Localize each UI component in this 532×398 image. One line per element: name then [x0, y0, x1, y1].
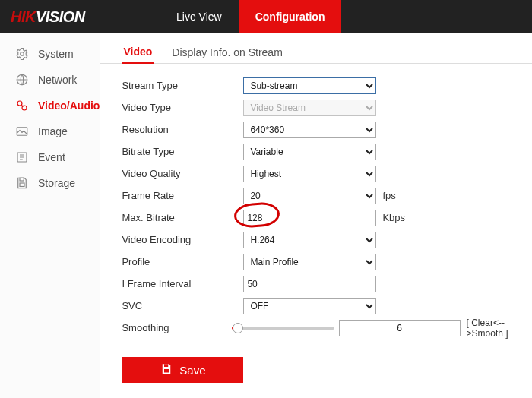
sidebar-item-label: Event: [38, 151, 65, 163]
video-form: Stream Type Sub-stream Video Type Video …: [100, 64, 532, 383]
select-svc[interactable]: OFF: [243, 298, 376, 314]
gear-icon: [15, 47, 29, 61]
logo: HIKVISION: [0, 0, 160, 33]
topnav-live-view[interactable]: Live View: [160, 0, 239, 33]
sidebar-item-label: System: [38, 48, 74, 60]
smoothing-slider[interactable]: [232, 327, 334, 330]
sidebar-item-event[interactable]: Event: [0, 144, 100, 170]
svg-rect-7: [20, 183, 24, 187]
unit-fps: fps: [382, 190, 395, 201]
svg-rect-8: [164, 364, 168, 367]
content: Video Display Info. on Stream Stream Typ…: [100, 33, 532, 398]
svg-rect-6: [20, 178, 24, 181]
save-button-label: Save: [179, 364, 205, 377]
sidebar-item-system[interactable]: System: [0, 41, 100, 67]
unit-kbps: Kbps: [382, 212, 405, 223]
sidebar-item-label: Video/Audio: [38, 100, 100, 112]
label-max-bitrate: Max. Bitrate: [122, 212, 243, 223]
label-video-quality: Video Quality: [122, 168, 243, 179]
select-video-quality[interactable]: Highest: [243, 166, 376, 182]
label-resolution: Resolution: [122, 124, 243, 135]
label-iframe: I Frame Interval: [122, 278, 243, 289]
sidebar: System Network Video/Audio Image Event: [0, 33, 100, 398]
sidebar-item-network[interactable]: Network: [0, 67, 100, 93]
label-svc: SVC: [122, 300, 243, 311]
svg-rect-9: [164, 369, 169, 373]
tab-display-info[interactable]: Display Info. on Stream: [170, 42, 284, 63]
layout: System Network Video/Audio Image Event: [0, 33, 532, 398]
sidebar-item-label: Storage: [38, 177, 75, 189]
sidebar-item-label: Image: [38, 125, 68, 137]
svg-point-0: [21, 52, 24, 56]
label-video-type: Video Type: [122, 102, 243, 113]
storage-icon: [15, 176, 29, 190]
select-resolution[interactable]: 640*360: [243, 122, 376, 138]
logo-vision: VISION: [36, 8, 85, 26]
image-icon: [15, 125, 29, 138]
sidebar-item-image[interactable]: Image: [0, 118, 100, 144]
smoothing-value[interactable]: [339, 320, 461, 336]
label-bitrate-type: Bitrate Type: [122, 146, 243, 157]
sidebar-item-label: Network: [38, 74, 77, 86]
save-icon: [160, 362, 173, 378]
select-profile[interactable]: Main Profile: [243, 254, 376, 270]
select-video-type: Video Stream: [243, 100, 376, 116]
logo-hik: HIK: [11, 8, 36, 26]
input-iframe[interactable]: [243, 276, 376, 292]
select-stream-type[interactable]: Sub-stream: [243, 77, 376, 94]
select-bitrate-type[interactable]: Variable: [243, 144, 376, 160]
label-profile: Profile: [122, 256, 243, 267]
video-audio-icon: [15, 99, 29, 112]
topnav: Live View Configuration: [160, 0, 341, 33]
tabs: Video Display Info. on Stream: [100, 33, 532, 64]
tab-video[interactable]: Video: [122, 41, 154, 64]
label-video-encoding: Video Encoding: [122, 234, 243, 245]
label-frame-rate: Frame Rate: [122, 190, 243, 201]
select-frame-rate[interactable]: 20: [243, 188, 376, 204]
topnav-configuration[interactable]: Configuration: [239, 0, 342, 33]
event-icon: [15, 150, 29, 164]
label-smoothing: Smoothing: [122, 322, 232, 333]
input-max-bitrate[interactable]: [243, 210, 376, 226]
save-button[interactable]: Save: [122, 357, 243, 383]
globe-icon: [15, 73, 29, 87]
label-stream-type: Stream Type: [122, 80, 243, 91]
svg-point-2: [17, 101, 22, 106]
select-video-encoding[interactable]: H.264: [243, 232, 376, 248]
slider-knob[interactable]: [233, 323, 243, 333]
smoothing-hint: [ Clear<-->Smooth ]: [467, 317, 532, 339]
sidebar-item-storage[interactable]: Storage: [0, 170, 100, 196]
sidebar-item-video-audio[interactable]: Video/Audio: [0, 93, 100, 118]
topbar: HIKVISION Live View Configuration: [0, 0, 532, 33]
